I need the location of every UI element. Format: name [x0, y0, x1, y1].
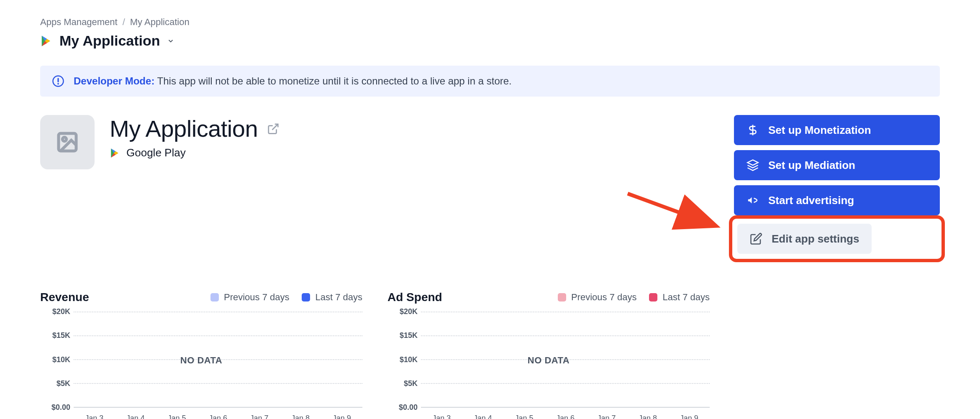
ytick: $20K — [40, 307, 70, 316]
app-selector-name: My Application — [59, 33, 160, 49]
xtick: Jan 8 — [291, 414, 310, 419]
svg-point-2 — [57, 83, 59, 84]
breadcrumb-current: My Application — [130, 17, 190, 28]
legend-last: Last 7 days — [302, 292, 362, 303]
xtick: Jan 7 — [598, 414, 616, 419]
legend-swatch-icon — [649, 293, 657, 301]
svg-line-5 — [272, 124, 278, 130]
ytick: $20K — [387, 307, 418, 316]
chart-legend: Previous 7 days Last 7 days — [558, 292, 710, 303]
app-selector[interactable]: My Application — [40, 33, 940, 49]
xtick: Jan 3 — [432, 414, 451, 419]
legend-label: Previous 7 days — [571, 292, 637, 303]
chart-body: $20K $15K $10K $5K $0.00 NO DATA Jan 3 J… — [40, 312, 362, 419]
legend-last: Last 7 days — [649, 292, 710, 303]
xtick: Jan 5 — [515, 414, 533, 419]
start-advertising-button[interactable]: Start advertising — [734, 185, 940, 215]
xtick: Jan 3 — [85, 414, 103, 419]
breadcrumb: Apps Management / My Application — [40, 17, 940, 28]
dollar-icon — [747, 124, 759, 136]
google-play-icon — [40, 35, 53, 47]
setup-mediation-button[interactable]: Set up Mediation — [734, 150, 940, 180]
svg-marker-7 — [748, 160, 758, 166]
ytick: $15K — [387, 331, 418, 340]
xtick: Jan 4 — [474, 414, 492, 419]
chart-legend: Previous 7 days Last 7 days — [210, 292, 362, 303]
chart-title: Ad Spend — [387, 291, 442, 304]
adspend-chart: Ad Spend Previous 7 days Last 7 days $20… — [387, 291, 710, 419]
edit-app-settings-button[interactable]: Edit app settings — [737, 224, 872, 254]
store-name: Google Play — [126, 146, 186, 159]
button-label: Edit app settings — [772, 232, 859, 245]
ytick: $5K — [387, 379, 418, 388]
ytick: $5K — [40, 379, 70, 388]
edit-icon — [750, 232, 762, 245]
legend-label: Last 7 days — [315, 292, 362, 303]
actions-column: Set up Monetization Set up Mediation Sta… — [734, 115, 940, 257]
legend-swatch-icon — [558, 293, 566, 301]
xtick: Jan 5 — [167, 414, 186, 419]
breadcrumb-root[interactable]: Apps Management — [40, 17, 118, 28]
app-icon-placeholder — [40, 115, 95, 169]
image-placeholder-icon — [56, 130, 79, 154]
xtick: Jan 9 — [680, 414, 698, 419]
google-play-icon — [110, 148, 121, 158]
breadcrumb-separator: / — [123, 17, 125, 28]
banner-body: This app will not be able to monetize un… — [157, 75, 512, 87]
chart-body: $20K $15K $10K $5K $0.00 NO DATA Jan 3 J… — [387, 312, 710, 419]
xtick: Jan 8 — [639, 414, 657, 419]
x-axis-labels: Jan 3 Jan 4 Jan 5 Jan 6 Jan 7 Jan 8 Jan … — [74, 414, 362, 419]
legend-label: Previous 7 days — [224, 292, 290, 303]
svg-point-4 — [62, 137, 66, 141]
banner-strong: Developer Mode: — [74, 75, 154, 87]
ytick: $0.00 — [40, 403, 70, 412]
no-data-label: NO DATA — [40, 355, 362, 366]
xtick: Jan 9 — [333, 414, 351, 419]
highlight-callout: Edit app settings — [729, 215, 945, 262]
xtick: Jan 4 — [126, 414, 145, 419]
layers-icon — [747, 159, 759, 171]
info-icon — [52, 75, 64, 87]
button-label: Set up Mediation — [768, 159, 855, 172]
annotation-arrow-icon — [623, 189, 724, 231]
app-name: My Application — [110, 115, 258, 142]
xtick: Jan 6 — [556, 414, 575, 419]
app-header: My Application Google Play — [40, 115, 717, 169]
megaphone-icon — [747, 194, 759, 207]
legend-swatch-icon — [302, 293, 310, 301]
button-label: Start advertising — [768, 194, 854, 207]
banner-text: Developer Mode: This app will not be abl… — [74, 75, 512, 87]
revenue-chart: Revenue Previous 7 days Last 7 days $20K… — [40, 291, 362, 419]
xtick: Jan 6 — [209, 414, 227, 419]
ytick: $0.00 — [387, 403, 418, 412]
x-axis-labels: Jan 3 Jan 4 Jan 5 Jan 6 Jan 7 Jan 8 Jan … — [421, 414, 710, 419]
legend-label: Last 7 days — [662, 292, 710, 303]
external-link-icon[interactable] — [267, 123, 280, 135]
legend-previous: Previous 7 days — [210, 292, 290, 303]
ytick: $15K — [40, 331, 70, 340]
legend-previous: Previous 7 days — [558, 292, 637, 303]
button-label: Set up Monetization — [768, 124, 871, 137]
developer-mode-banner: Developer Mode: This app will not be abl… — [40, 66, 940, 97]
legend-swatch-icon — [210, 293, 219, 301]
chevron-down-icon — [167, 37, 174, 45]
setup-monetization-button[interactable]: Set up Monetization — [734, 115, 940, 145]
chart-title: Revenue — [40, 291, 89, 304]
xtick: Jan 7 — [250, 414, 269, 419]
svg-line-8 — [628, 194, 713, 225]
no-data-label: NO DATA — [387, 355, 710, 366]
